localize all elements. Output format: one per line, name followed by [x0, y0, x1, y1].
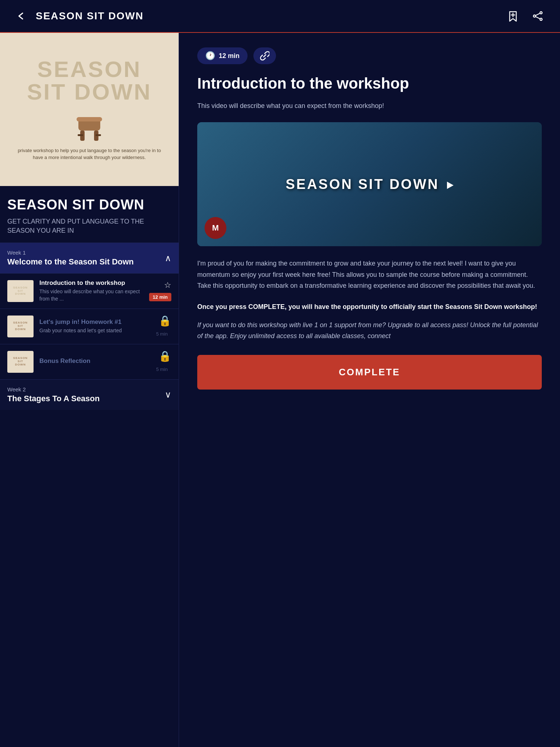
- week-1-label: Week 1: [7, 249, 134, 256]
- meta-time-badge: 🕐 12 min: [197, 47, 248, 64]
- meta-row: 🕐 12 min: [197, 47, 542, 64]
- lesson-homework1-duration: 5 min: [152, 330, 171, 338]
- lesson-homework1-right: 🔒 5 min: [152, 315, 171, 338]
- lesson-bonus-info: Bonus Reflection: [39, 357, 147, 366]
- lesson-bonus-title: Bonus Reflection: [39, 357, 147, 365]
- lesson-homework1-title: Let's jump in! Homework #1: [39, 318, 147, 326]
- week-1-header[interactable]: Week 1 Welcome to the Season Sit Down ∧: [0, 243, 179, 273]
- body-text-italic: If you want to do this workshop with liv…: [197, 320, 542, 342]
- week-1-section: Week 1 Welcome to the Season Sit Down ∧ …: [0, 243, 179, 379]
- complete-button[interactable]: COMPLETE: [197, 355, 542, 390]
- lesson-homework1-info: Let's jump in! Homework #1 Grab your not…: [39, 318, 147, 334]
- right-panel: 🕐 12 min Introduction to the workshop Th…: [179, 33, 560, 747]
- body-text-1: I'm proud of you for making the commitme…: [197, 258, 542, 291]
- week-2-chevron-down-icon: ∨: [165, 390, 171, 400]
- video-play-inline-icon: [447, 182, 454, 189]
- week-2-title: The Stages To A Season: [7, 394, 100, 403]
- svg-point-2: [540, 18, 542, 20]
- week-2-section: Week 2 The Stages To A Season ∨: [0, 379, 179, 410]
- share-button[interactable]: [529, 7, 547, 25]
- lesson-bonus-thumbnail: SEASONSITDOWN: [7, 351, 34, 373]
- week-2-label-group: Week 2 The Stages To A Season: [7, 386, 100, 403]
- lesson-homework1[interactable]: SEASONSITDOWN Let's jump in! Homework #1…: [0, 309, 179, 344]
- week-2-label: Week 2: [7, 386, 100, 392]
- course-hero: SEASON SIT DOWN private workshop to help…: [0, 33, 179, 186]
- lesson-bonus-right: 🔒 5 min: [152, 350, 171, 374]
- svg-point-1: [540, 12, 542, 14]
- lesson-intro-title: Introduction to the workshop: [39, 279, 143, 287]
- video-overlay-title: SEASON SIT DOWN: [285, 177, 453, 192]
- svg-rect-7: [78, 134, 83, 136]
- lesson-intro-thumbnail: SEASONSITDOWN: [7, 280, 34, 302]
- meta-link-button[interactable]: [253, 47, 276, 64]
- main-layout: SEASON SIT DOWN private workshop to help…: [0, 33, 560, 747]
- svg-rect-8: [96, 134, 101, 136]
- video-preview[interactable]: SEASON SIT DOWN M: [197, 122, 542, 246]
- lesson-intro-desc: This video will describe what you can ex…: [39, 288, 143, 302]
- hero-title: SEASON SIT DOWN: [27, 58, 152, 103]
- lesson-intro-star-icon[interactable]: ☆: [164, 280, 171, 290]
- header: SEASON SIT DOWN: [0, 0, 560, 33]
- week-1-label-group: Week 1 Welcome to the Season Sit Down: [7, 249, 134, 267]
- lesson-intro-info: Introduction to the workshop This video …: [39, 279, 143, 302]
- body-text-bold: Once you press COMPLETE, you will have t…: [197, 302, 542, 312]
- lesson-intro[interactable]: SEASONSITDOWN Introduction to the worksh…: [0, 273, 179, 308]
- svg-point-0: [533, 15, 536, 17]
- header-left: SEASON SIT DOWN: [13, 8, 144, 24]
- chair-illustration: [67, 107, 111, 143]
- meta-time-text: 12 min: [219, 52, 240, 60]
- clock-icon: 🕐: [205, 51, 215, 61]
- header-icons: [504, 7, 547, 25]
- week-2-header[interactable]: Week 2 The Stages To A Season ∨: [0, 380, 179, 410]
- bookmark-button[interactable]: [504, 7, 522, 25]
- lesson-bonus[interactable]: SEASONSITDOWN Bonus Reflection 🔒 5 min: [0, 344, 179, 379]
- course-tagline: GET CLARITY AND PUT LANGUAGE TO THE SEAS…: [7, 217, 171, 235]
- lesson-intro-duration: 12 min: [149, 293, 171, 301]
- content-title: Introduction to the workshop: [197, 74, 542, 93]
- lesson-bonus-lock-icon: 🔒: [159, 350, 171, 362]
- lesson-homework1-thumbnail: SEASONSITDOWN: [7, 316, 34, 337]
- course-info: SEASON SIT DOWN GET CLARITY AND PUT LANG…: [0, 186, 179, 243]
- week-1-title: Welcome to the Season Sit Down: [7, 257, 134, 267]
- content-description: This video will describe what you can ex…: [197, 101, 542, 111]
- left-panel: SEASON SIT DOWN private workshop to help…: [0, 33, 179, 747]
- header-title: SEASON SIT DOWN: [36, 10, 144, 22]
- video-avatar: M: [205, 217, 226, 239]
- lesson-homework1-lock-icon: 🔒: [159, 315, 171, 327]
- course-name: SEASON SIT DOWN: [7, 197, 171, 213]
- hero-subtitle: private workshop to help you put langaug…: [0, 147, 179, 161]
- lesson-intro-right: ☆ 12 min: [149, 280, 171, 301]
- svg-rect-4: [77, 117, 102, 121]
- lesson-homework1-desc: Grab your notes and let's get started: [39, 327, 147, 334]
- lesson-bonus-duration: 5 min: [152, 365, 171, 374]
- week-1-chevron-up-icon: ∧: [165, 253, 171, 263]
- back-button[interactable]: [13, 8, 29, 24]
